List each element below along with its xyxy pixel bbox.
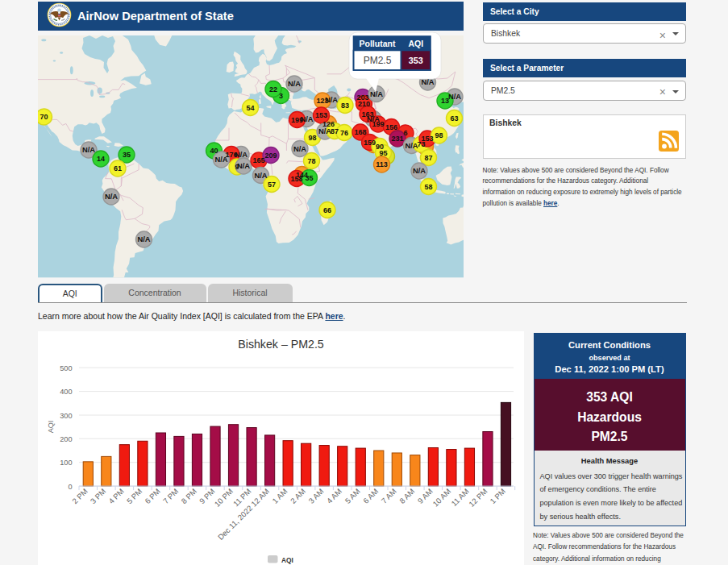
- svg-text:N/A: N/A: [214, 155, 227, 164]
- svg-text:8 AM: 8 AM: [397, 487, 416, 505]
- svg-text:500: 500: [60, 364, 72, 372]
- svg-text:209: 209: [264, 152, 277, 160]
- svg-text:66: 66: [323, 206, 331, 214]
- svg-text:7 AM: 7 AM: [380, 487, 398, 505]
- svg-text:40: 40: [210, 147, 218, 155]
- svg-text:3 PM: 3 PM: [89, 487, 108, 506]
- svg-text:200: 200: [60, 435, 72, 443]
- svg-text:N/A: N/A: [137, 235, 150, 243]
- svg-text:AQI: AQI: [281, 556, 293, 564]
- svg-text:13: 13: [441, 97, 449, 105]
- svg-text:N/A: N/A: [105, 192, 118, 201]
- svg-text:159: 159: [364, 139, 376, 147]
- svg-text:231: 231: [391, 135, 403, 143]
- svg-text:153: 153: [421, 135, 433, 143]
- svg-text:87: 87: [331, 127, 339, 135]
- svg-text:76: 76: [340, 129, 348, 137]
- svg-text:163: 163: [361, 110, 373, 118]
- svg-text:199: 199: [372, 120, 384, 128]
- svg-text:98: 98: [308, 134, 316, 142]
- svg-text:Pollutant: Pollutant: [360, 39, 396, 48]
- svg-text:113: 113: [376, 160, 388, 168]
- svg-text:54: 54: [246, 104, 254, 112]
- svg-text:N/A: N/A: [288, 79, 301, 88]
- svg-text:12 PM: 12 PM: [467, 487, 489, 509]
- svg-text:N/A: N/A: [82, 145, 95, 154]
- svg-text:57: 57: [268, 181, 276, 189]
- svg-text:165: 165: [252, 156, 264, 164]
- svg-text:2 PM: 2 PM: [70, 487, 89, 506]
- svg-text:58: 58: [424, 183, 432, 191]
- svg-text:5 AM: 5 AM: [343, 487, 362, 505]
- svg-text:168: 168: [354, 128, 366, 136]
- svg-text:83: 83: [341, 102, 349, 110]
- svg-text:14: 14: [97, 155, 105, 163]
- svg-text:N/A: N/A: [405, 141, 418, 150]
- svg-text:3 AM: 3 AM: [307, 487, 326, 505]
- svg-text:10 AM: 10 AM: [431, 487, 452, 509]
- svg-text:N/A: N/A: [370, 89, 383, 98]
- svg-text:98: 98: [435, 131, 443, 139]
- svg-text:PM2.5: PM2.5: [364, 55, 392, 66]
- svg-text:3: 3: [279, 92, 283, 100]
- svg-text:300: 300: [60, 412, 72, 420]
- svg-text:35: 35: [123, 151, 131, 159]
- svg-text:4 AM: 4 AM: [325, 487, 343, 505]
- svg-text:Bishkek – PM2.5: Bishkek – PM2.5: [238, 338, 324, 351]
- svg-text:70: 70: [40, 113, 48, 121]
- svg-text:153: 153: [315, 111, 327, 119]
- svg-text:0: 0: [68, 483, 72, 491]
- svg-text:210: 210: [358, 100, 370, 108]
- svg-text:7 PM: 7 PM: [161, 487, 181, 506]
- svg-text:6: 6: [403, 129, 407, 137]
- svg-text:400: 400: [60, 388, 72, 396]
- svg-text:63: 63: [450, 114, 458, 123]
- svg-text:6 PM: 6 PM: [143, 487, 162, 506]
- svg-text:87: 87: [424, 154, 432, 162]
- svg-text:100: 100: [60, 459, 72, 467]
- svg-text:2 AM: 2 AM: [289, 487, 307, 505]
- svg-text:AQI: AQI: [408, 39, 423, 48]
- svg-text:78: 78: [307, 157, 315, 165]
- svg-text:8 PM: 8 PM: [179, 487, 198, 506]
- svg-text:1 PM: 1 PM: [488, 487, 507, 506]
- svg-text:N/A: N/A: [237, 161, 250, 170]
- svg-text:N/A: N/A: [254, 171, 267, 180]
- svg-text:6 AM: 6 AM: [361, 487, 380, 505]
- svg-text:199: 199: [291, 116, 303, 124]
- svg-text:22: 22: [269, 85, 277, 93]
- svg-text:123: 123: [316, 97, 328, 105]
- svg-text:156: 156: [385, 123, 397, 131]
- svg-text:5 PM: 5 PM: [125, 487, 144, 506]
- svg-text:AQI: AQI: [47, 421, 55, 434]
- svg-text:N/A: N/A: [318, 127, 331, 135]
- svg-text:353: 353: [409, 56, 423, 65]
- svg-text:10 PM: 10 PM: [213, 487, 235, 509]
- svg-text:N/A: N/A: [448, 92, 461, 101]
- svg-text:158: 158: [290, 175, 302, 183]
- svg-text:N/A: N/A: [293, 144, 306, 153]
- svg-text:N/A: N/A: [413, 166, 426, 175]
- svg-text:4 PM: 4 PM: [106, 487, 126, 506]
- svg-text:35: 35: [305, 174, 313, 182]
- svg-text:1 AM: 1 AM: [270, 487, 289, 505]
- svg-text:61: 61: [114, 164, 122, 172]
- svg-text:95: 95: [379, 149, 387, 157]
